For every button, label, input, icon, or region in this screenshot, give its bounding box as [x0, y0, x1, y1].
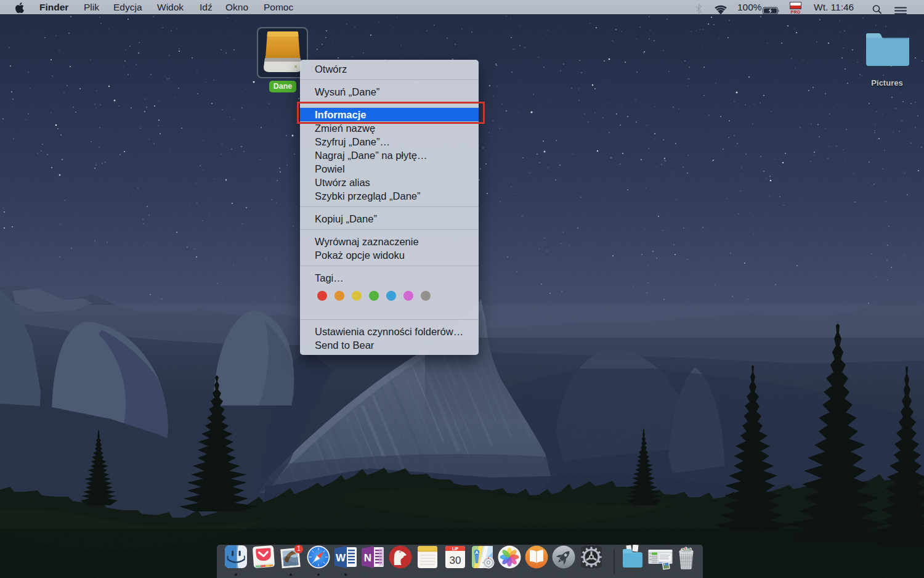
svg-text:1: 1 — [297, 545, 301, 552]
svg-text:N: N — [364, 552, 371, 564]
svg-text:30: 30 — [450, 555, 461, 566]
svg-text:W: W — [336, 552, 346, 564]
svg-text:A: A — [475, 550, 479, 555]
svg-text:LIP: LIP — [452, 547, 459, 551]
